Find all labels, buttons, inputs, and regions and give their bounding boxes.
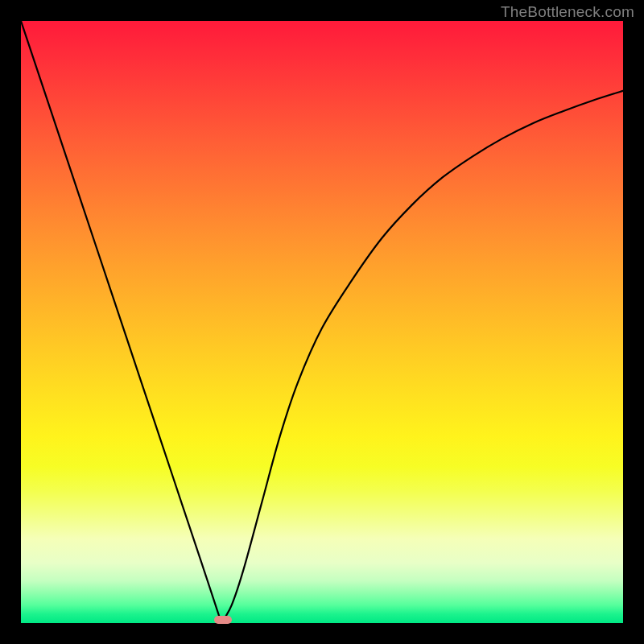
bottleneck-curve (21, 21, 623, 623)
curve-layer (21, 21, 623, 623)
optimal-marker (214, 616, 232, 624)
plot-area (21, 21, 623, 623)
watermark-text: TheBottleneck.com (501, 3, 634, 21)
chart-frame: TheBottleneck.com (0, 0, 644, 644)
